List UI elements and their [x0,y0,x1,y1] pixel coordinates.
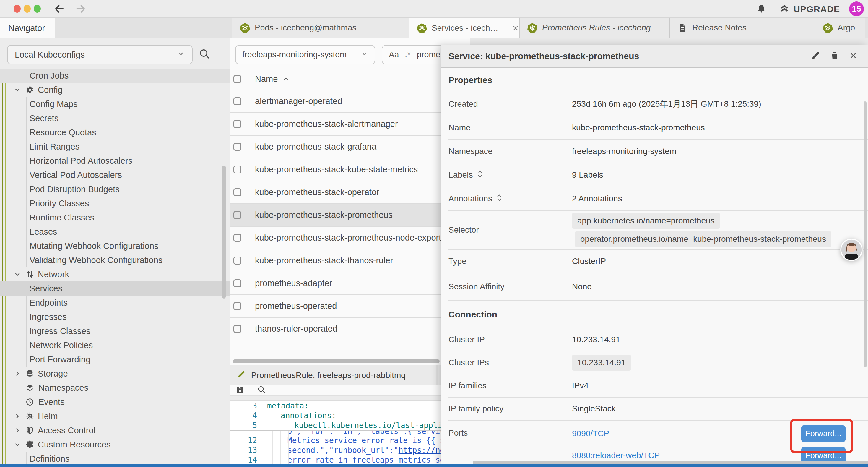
sidebar-item-endpoints[interactable]: Endpoints [0,296,229,310]
table-row[interactable]: kube-prometheus-stack-operator [230,181,470,204]
table-row[interactable]: kube-prometheus-stack-alertmanager [230,113,470,136]
sidebar-item-runtime-classes[interactable]: Runtime Classes [0,210,229,225]
sidebar-item-resource-quotas[interactable]: Resource Quotas [0,125,229,140]
sidebar-item-events[interactable]: Events [0,395,229,409]
window-minimize-button[interactable] [24,5,31,13]
save-icon[interactable] [236,385,245,395]
sidebar-item-pod-disruption-budgets[interactable]: Pod Disruption Budgets [0,182,229,196]
property-label: Selector [448,225,572,235]
sidebar-item-config-maps[interactable]: Config Maps [0,97,229,111]
row-checkbox[interactable] [234,97,241,105]
table-row[interactable]: kube-prometheus-stack-grafana [230,136,470,158]
table-horizontal-scrollbar[interactable] [233,359,440,363]
edit-pencil-icon[interactable] [811,51,821,62]
window-close-button[interactable] [13,5,21,13]
sidebar-item-vertical-pod-autoscalers[interactable]: Vertical Pod Autoscalers [0,168,229,182]
sidebar-item-validating-webhook-configurations[interactable]: Validating Webhook Configurations [0,253,229,267]
row-checkbox[interactable] [234,234,241,242]
table-row[interactable]: kube-prometheus-stack-prometheus-node-ex… [230,227,470,250]
name-column-header[interactable]: Name [255,74,278,84]
row-checkbox[interactable] [234,188,241,196]
editor-sticky-lines: 3metadata:4annotations:5kubectl.kubernet… [230,401,470,431]
sidebar-item-namespaces[interactable]: Namespaces [0,381,229,395]
sidebar-item-leases[interactable]: Leases [0,225,229,239]
database-icon [25,369,35,378]
sidebar-item-ingress-classes[interactable]: Ingress Classes [0,324,229,338]
yaml-editor-tab[interactable]: PrometheusRule: freeleaps-prod-rabbitmq [230,365,436,385]
notifications-bell-icon[interactable] [756,4,766,15]
table-row[interactable]: kube-prometheus-stack-kube-state-metrics [230,158,470,181]
search-icon[interactable] [198,48,210,61]
sidebar-item-services[interactable]: Services [0,282,229,296]
detail-scrollbar[interactable] [864,101,867,368]
sidebar-item-limit-ranges[interactable]: Limit Ranges [0,140,229,154]
row-checkbox[interactable] [234,211,241,219]
sidebar-item-helm[interactable]: Helm [0,409,229,423]
line-number: 14 [230,456,262,464]
close-icon[interactable] [848,51,858,61]
tab-prometheus[interactable]: Prometheus Rules - icecheng... [520,18,670,38]
sidebar-item-ingresses[interactable]: Ingresses [0,310,229,324]
kubeconfig-select[interactable]: Local Kubeconfigs [7,45,193,64]
row-checkbox[interactable] [234,143,241,151]
row-checkbox[interactable] [234,302,241,310]
forward-icon[interactable] [75,3,86,16]
namespace-filter-select[interactable]: freeleaps-monitoring-system [235,45,375,64]
yaml-editor[interactable]: 3metadata:4annotations:5kubectl.kubernet… [230,401,470,464]
sidebar-scrollbar[interactable] [222,166,226,298]
close-tab-icon[interactable] [512,24,519,32]
navigator-sidebar: Local Kubeconfigs Cron JobsConfigConfig … [0,38,230,464]
sort-ascending-icon[interactable] [282,76,289,83]
search-icon[interactable] [257,385,266,395]
sidebar-item-mutating-webhook-configurations[interactable]: Mutating Webhook Configurations [0,239,229,253]
sidebar-item-config[interactable]: Config [0,83,229,97]
sidebar-item-definitions[interactable]: Definitions [0,451,229,464]
property-row-name: Namekube-prometheus-stack-prometheus [448,116,868,140]
port-link[interactable]: 8080:reloader-web/TCP [572,451,660,460]
tab-release[interactable]: Release Notes [670,18,815,38]
delete-trash-icon[interactable] [830,51,840,62]
notification-count-badge[interactable]: 15 [849,1,864,16]
table-row[interactable]: prometheus-adapter [230,272,470,295]
namespace-link[interactable]: freeleaps-monitoring-system [572,147,676,156]
forward-button[interactable]: Forward... [801,425,845,442]
table-row[interactable]: thanos-ruler-operated [230,318,470,341]
sidebar-item-access-control[interactable]: Access Control [0,423,229,437]
tab-pods[interactable]: Pods - icecheng@mathmas... [232,18,409,38]
service-name: kube-prometheus-stack-prometheus [255,210,393,220]
sidebar-item-secrets[interactable]: Secrets [0,111,229,125]
row-checkbox[interactable] [234,325,241,333]
sidebar-item-custom-resources[interactable]: Custom Resources [0,437,229,451]
case-sensitive-toggle[interactable]: Aa [389,50,399,59]
avatar[interactable] [840,238,863,262]
table-row[interactable]: prometheus-operated [230,295,470,318]
table-row[interactable]: kube-prometheus-stack-prometheus [230,204,470,227]
table-row[interactable]: kube-prometheus-stack-thanos-ruler [230,250,470,272]
upgrade-button[interactable]: UPGRADE [779,4,840,15]
row-checkbox[interactable] [234,257,241,265]
sidebar-item-network-policies[interactable]: Network Policies [0,338,229,352]
sidebar-item-cron-jobs[interactable]: Cron Jobs [0,68,229,83]
tab-argo[interactable]: Argo Se [815,18,865,38]
window-zoom-button[interactable] [34,5,41,13]
detail-horizontal-scrollbar[interactable] [473,461,868,464]
row-checkbox[interactable] [234,166,241,174]
code-line: 5kubectl.kubernetes.io/last-applied-co [230,420,470,430]
kubernetes-icon [823,23,833,33]
sidebar-item-port-forwarding[interactable]: Port Forwarding [0,352,229,367]
back-icon[interactable] [54,3,65,16]
tab-services[interactable]: Services - icecheng@math... [409,18,520,38]
regex-toggle[interactable]: .* [405,50,411,59]
sidebar-item-network[interactable]: Network [0,267,229,282]
select-all-checkbox[interactable] [234,75,241,83]
sidebar-item-storage[interactable]: Storage [0,367,229,381]
namespaces-icon [25,383,35,392]
row-checkbox[interactable] [234,279,241,287]
table-row[interactable]: alertmanager-operated [230,90,470,113]
navigator-panel-tab[interactable]: Navigator [0,18,55,38]
port-link[interactable]: 9090/TCP [572,429,609,438]
sidebar-item-horizontal-pod-autoscalers[interactable]: Horizontal Pod Autoscalers [0,154,229,168]
sidebar-item-priority-classes[interactable]: Priority Classes [0,196,229,210]
row-checkbox[interactable] [234,120,241,128]
service-name: prometheus-operated [255,301,337,311]
